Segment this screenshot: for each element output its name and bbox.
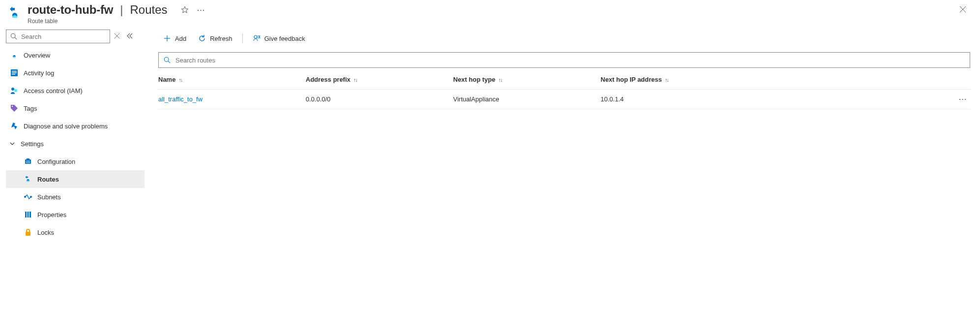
col-header-name[interactable]: Name ↑↓: [158, 76, 306, 83]
sidebar-item-label: Routes: [37, 176, 59, 183]
sidebar-item-routes[interactable]: Routes: [6, 170, 144, 188]
sort-icon: ↑↓: [665, 77, 668, 83]
svg-rect-22: [29, 212, 31, 218]
col-header-next-hop-ip[interactable]: Next hop IP address ↑↓: [601, 76, 951, 83]
svg-line-4: [15, 37, 17, 39]
sidebar-item-overview[interactable]: Overview: [6, 46, 144, 64]
sidebar-item-label: Properties: [37, 211, 66, 218]
routes-search-input[interactable]: [174, 56, 965, 64]
svg-point-13: [12, 106, 13, 107]
svg-rect-21: [28, 212, 29, 218]
resource-name: route-to-hub-fw: [28, 3, 113, 17]
route-table-icon: [6, 4, 24, 22]
sidebar-item-label: Activity log: [24, 69, 54, 77]
resource-type-label: Route table: [28, 18, 207, 25]
col-header-address-prefix[interactable]: Address prefix ↑↓: [306, 76, 453, 83]
cell-next-hop-type: VirtualAppliance: [453, 95, 601, 103]
toolbar-divider: [242, 33, 243, 43]
sidebar-item-diagnose[interactable]: Diagnose and solve problems: [6, 117, 144, 135]
routes-search-box[interactable]: [158, 52, 970, 68]
svg-rect-10: [12, 74, 15, 75]
svg-rect-17: [26, 162, 30, 163]
close-blade-button[interactable]: [959, 6, 966, 15]
col-header-label: Next hop type: [453, 76, 495, 83]
iam-icon: [10, 86, 19, 95]
svg-point-19: [30, 196, 32, 198]
add-button[interactable]: Add: [158, 31, 191, 46]
title-separator: |: [120, 3, 123, 17]
sidebar-item-label: Overview: [24, 52, 50, 59]
cell-next-hop-ip: 10.0.1.4: [601, 95, 951, 103]
svg-marker-0: [181, 6, 188, 13]
activity-log-icon: [10, 68, 19, 77]
svg-point-26: [254, 35, 257, 38]
subnets-icon: [24, 192, 32, 201]
svg-point-12: [14, 89, 17, 92]
diagnose-icon: [10, 122, 19, 130]
refresh-button[interactable]: Refresh: [193, 31, 237, 46]
feedback-icon: [253, 34, 260, 42]
sidebar-section-settings[interactable]: Settings: [6, 135, 144, 153]
tool-label: Add: [175, 35, 186, 42]
svg-rect-20: [25, 212, 27, 218]
overview-icon: [10, 51, 19, 60]
sidebar-item-locks[interactable]: Locks: [6, 223, 144, 241]
sidebar-item-label: Subnets: [37, 193, 61, 201]
sidebar-item-label: Locks: [37, 229, 54, 236]
chevron-down-icon: [10, 140, 16, 148]
svg-point-3: [11, 33, 15, 38]
svg-line-28: [168, 61, 170, 63]
svg-rect-14: [25, 159, 31, 164]
sidebar-item-configuration[interactable]: Configuration: [6, 153, 144, 170]
col-header-next-hop-type[interactable]: Next hop type ↑↓: [453, 76, 601, 83]
sidebar-search-clear[interactable]: [114, 32, 120, 40]
sidebar-item-label: Access control (IAM): [24, 87, 83, 94]
route-name-link[interactable]: all_traffic_to_fw: [158, 95, 306, 103]
sidebar-item-access-control[interactable]: Access control (IAM): [6, 82, 144, 99]
command-bar: Add Refresh Give feedback: [158, 30, 970, 47]
row-context-menu-button[interactable]: ···: [951, 95, 970, 103]
svg-point-11: [11, 88, 14, 91]
section-title: Routes: [130, 3, 168, 17]
col-header-label: Next hop IP address: [601, 76, 662, 83]
cell-address-prefix: 0.0.0.0/0: [306, 95, 453, 103]
sidebar-item-label: Configuration: [37, 158, 75, 165]
sidebar-search-box[interactable]: [6, 30, 110, 43]
sidebar-nav: Overview Activity log Access control (IA…: [6, 30, 144, 312]
sort-icon: ↑↓: [178, 77, 182, 83]
sidebar-item-activity-log[interactable]: Activity log: [6, 64, 144, 82]
sidebar-collapse-toggle[interactable]: [127, 32, 133, 40]
refresh-icon: [198, 34, 206, 42]
col-header-label: Name: [158, 76, 175, 83]
plus-icon: [163, 34, 171, 42]
more-commands-icon[interactable]: ···: [196, 4, 207, 15]
tool-label: Give feedback: [264, 35, 305, 42]
sidebar-item-label: Diagnose and solve problems: [24, 123, 108, 130]
routes-icon: [24, 175, 32, 184]
configuration-icon: [24, 157, 32, 166]
svg-rect-9: [12, 72, 17, 73]
svg-point-18: [25, 196, 26, 198]
svg-rect-8: [12, 71, 17, 72]
svg-point-27: [164, 57, 169, 62]
svg-rect-15: [27, 158, 29, 160]
sidebar-item-properties[interactable]: Properties: [6, 206, 144, 223]
sidebar-item-tags[interactable]: Tags: [6, 99, 144, 117]
tags-icon: [10, 104, 19, 113]
sort-icon: ↑↓: [353, 77, 357, 83]
svg-rect-16: [26, 161, 30, 161]
page-header: route-to-hub-fw | Routes ··· Route table: [0, 0, 980, 30]
sidebar-search-input[interactable]: [20, 32, 106, 41]
locks-icon: [24, 228, 32, 237]
table-header-row: Name ↑↓ Address prefix ↑↓ Next hop type …: [158, 70, 970, 90]
properties-icon: [24, 210, 32, 219]
sort-icon: ↑↓: [498, 77, 502, 83]
table-row[interactable]: all_traffic_to_fw 0.0.0.0/0 VirtualAppli…: [158, 90, 970, 109]
sidebar-section-label: Settings: [21, 140, 44, 148]
give-feedback-button[interactable]: Give feedback: [248, 31, 310, 46]
search-icon: [10, 33, 17, 40]
col-header-label: Address prefix: [306, 76, 350, 83]
tool-label: Refresh: [210, 35, 232, 42]
sidebar-item-subnets[interactable]: Subnets: [6, 188, 144, 206]
favorite-star-icon[interactable]: [179, 4, 190, 15]
